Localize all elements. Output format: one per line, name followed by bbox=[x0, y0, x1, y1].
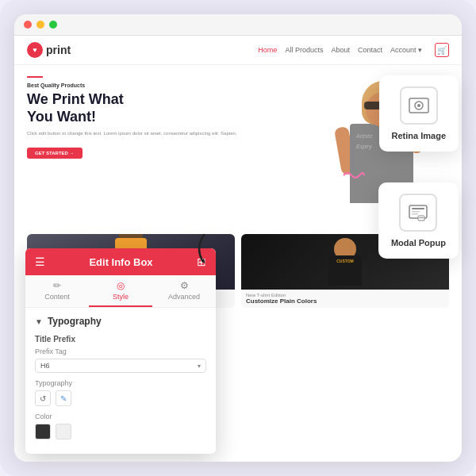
color-swatch-dark[interactable] bbox=[35, 424, 51, 440]
modal-icon-box bbox=[399, 194, 437, 232]
section-collapse-arrow[interactable]: ▼ bbox=[35, 317, 43, 326]
nav-about[interactable]: About bbox=[331, 46, 350, 54]
logo-text: print bbox=[46, 44, 71, 56]
retina-label: Retina Image bbox=[392, 131, 446, 140]
nav-cart[interactable]: 🛒 bbox=[435, 43, 449, 57]
hero-accent-line bbox=[27, 76, 43, 78]
tab-content[interactable]: ✏ Content bbox=[25, 275, 89, 307]
panel-menu-icon[interactable]: ☰ bbox=[35, 255, 45, 268]
hero-desc: Click edit button to change this text. L… bbox=[27, 130, 330, 136]
tab-advanced[interactable]: ⚙ Advanced bbox=[152, 275, 216, 307]
tab-style-label: Style bbox=[113, 293, 129, 301]
content-tab-icon: ✏ bbox=[53, 280, 61, 291]
svg-rect-10 bbox=[419, 217, 424, 218]
hero-title: We Print What You Want! bbox=[27, 91, 330, 125]
browser-dot-green bbox=[49, 21, 57, 29]
typography-edit-icon[interactable]: ✎ bbox=[56, 390, 71, 406]
modal-label: Modal Popup bbox=[391, 238, 446, 248]
prefix-tag-value: H6 bbox=[40, 362, 50, 370]
typography-reset-icon[interactable]: ↺ bbox=[35, 390, 51, 406]
color-row bbox=[35, 424, 206, 440]
panel-tabs: ✏ Content ◎ Style ⚙ Advanced bbox=[25, 275, 216, 308]
typography-field: Typography ↺ ✎ bbox=[35, 379, 206, 406]
panel-title: Edit Info Box bbox=[52, 256, 190, 268]
svg-rect-7 bbox=[412, 211, 420, 213]
squiggle bbox=[342, 169, 366, 184]
hero-cta-button[interactable]: GET STARTED → bbox=[27, 148, 83, 159]
retina-image-icon bbox=[408, 94, 430, 117]
site-nav: ♥ print Home All Products About Contact … bbox=[14, 36, 462, 65]
browser-dot-red bbox=[24, 21, 32, 29]
typography-section-header: ▼ Typography bbox=[35, 316, 206, 327]
nav-home[interactable]: Home bbox=[258, 46, 277, 54]
site-logo: ♥ print bbox=[27, 42, 71, 58]
retina-icon-box bbox=[400, 86, 438, 125]
tab-style[interactable]: ◎ Style bbox=[89, 275, 152, 307]
typography-section-title: Typography bbox=[48, 316, 102, 327]
panel-body: ▼ Typography Title Prefix Prefix Tag H6 … bbox=[25, 308, 216, 454]
style-tab-icon: ◎ bbox=[117, 280, 125, 291]
tab-content-label: Content bbox=[44, 293, 70, 301]
nav-products[interactable]: All Products bbox=[285, 46, 323, 54]
svg-rect-6 bbox=[412, 208, 424, 209]
typography-icon-row: ↺ ✎ bbox=[35, 390, 206, 406]
select-chevron-icon: ▾ bbox=[198, 363, 201, 370]
prefix-tag-label: Prefix Tag bbox=[35, 347, 206, 355]
title-prefix-group: Title Prefix Prefix Tag H6 ▾ Ty bbox=[35, 335, 206, 440]
color-swatch-light[interactable] bbox=[56, 424, 71, 440]
edit-panel: ☰ Edit Info Box ⊞ ✏ Content ◎ Style ⚙ Ad… bbox=[25, 248, 216, 454]
feature-card-modal: Modal Popup bbox=[378, 182, 459, 259]
advanced-tab-icon: ⚙ bbox=[180, 280, 189, 291]
browser-chrome bbox=[14, 14, 462, 36]
color-field: Color bbox=[35, 413, 206, 440]
nav-account[interactable]: Account ▾ bbox=[390, 46, 422, 54]
title-prefix-label: Title Prefix bbox=[35, 335, 206, 344]
svg-rect-8 bbox=[412, 213, 418, 215]
product-info-2: New T-shirt Edition Customize Plain Colo… bbox=[241, 290, 449, 308]
prefix-tag-row: H6 ▾ bbox=[35, 359, 206, 373]
prefix-tag-field: Prefix Tag H6 ▾ bbox=[35, 347, 206, 373]
typography-field-label: Typography bbox=[35, 379, 206, 387]
color-field-label: Color bbox=[35, 413, 206, 420]
modal-popup-icon bbox=[407, 202, 429, 224]
product-name-2: Customize Plain Colors bbox=[246, 298, 444, 305]
browser-dot-yellow bbox=[36, 21, 44, 29]
tab-advanced-label: Advanced bbox=[168, 293, 200, 301]
feature-card-retina: Retina Image bbox=[379, 75, 459, 152]
nav-links: Home All Products About Contact Account … bbox=[258, 43, 449, 57]
logo-icon: ♥ bbox=[27, 42, 43, 58]
nav-contact[interactable]: Contact bbox=[358, 46, 382, 54]
hero-subtitle: Best Quality Products bbox=[27, 83, 330, 88]
prefix-tag-select[interactable]: H6 ▾ bbox=[35, 359, 206, 373]
svg-point-4 bbox=[417, 104, 420, 107]
hero-text: Best Quality Products We Print What You … bbox=[27, 73, 330, 228]
